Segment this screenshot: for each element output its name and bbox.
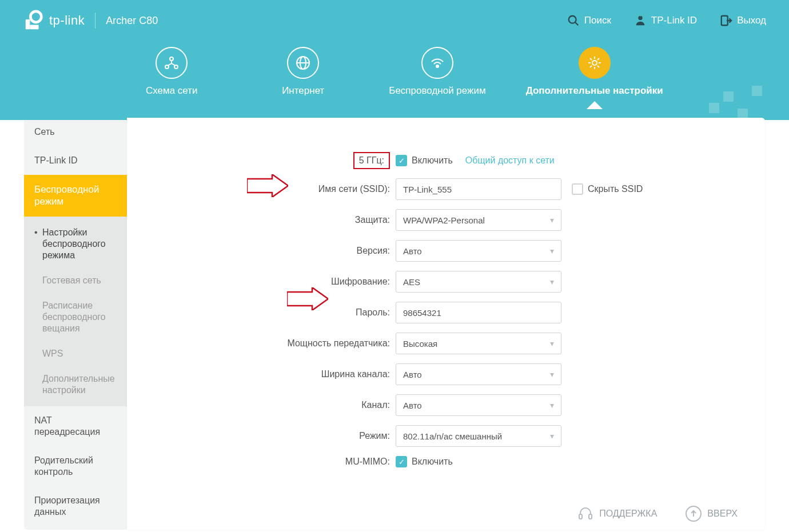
model-label: Archer C80: [106, 15, 158, 27]
row-band-5ghz: 5 ГГц: ✓ Включить Общий доступ к сети: [150, 152, 742, 169]
sidebar-sub-guest-network[interactable]: Гостевая сеть: [24, 268, 127, 293]
svg-marker-19: [247, 174, 288, 197]
annotation-arrow-password-icon: [287, 287, 328, 310]
svg-marker-20: [287, 287, 328, 310]
chanwidth-select[interactable]: Авто ▾: [396, 363, 561, 385]
svg-rect-21: [579, 514, 582, 519]
row-mumimo: MU-MIMO: ✓ Включить: [150, 456, 742, 467]
tab-label: Дополнительные настройки: [526, 85, 663, 97]
txpower-select[interactable]: Высокая ▾: [396, 333, 561, 354]
content-area: Сеть TP-Link ID Беспроводной режим Настр…: [0, 118, 789, 530]
row-channel-width: Ширина канала: Авто ▾: [150, 363, 742, 385]
password-input[interactable]: [403, 308, 554, 318]
tab-network-map[interactable]: Схема сети: [126, 47, 217, 97]
row-password: Пароль:: [150, 302, 742, 323]
security-select[interactable]: WPA/WPA2-Personal ▾: [396, 209, 561, 231]
search-label: Поиск: [584, 15, 611, 26]
search-link[interactable]: Поиск: [567, 14, 611, 27]
mode-select[interactable]: 802.11a/n/ac смешанный ▾: [396, 425, 561, 447]
sidebar-item-parental[interactable]: Родительский контроль: [24, 446, 127, 486]
svg-rect-15: [709, 103, 719, 113]
sidebar-sub-wps[interactable]: WPS: [24, 341, 127, 366]
chevron-down-icon: ▾: [550, 215, 554, 225]
chevron-down-icon: ▾: [550, 370, 554, 379]
header-top: tp-link Archer C80 Поиск TP-Link ID Выхо…: [0, 0, 789, 41]
checkbox-5ghz-enable[interactable]: ✓: [396, 155, 407, 166]
tab-label: Схема сети: [146, 85, 198, 97]
share-network-link[interactable]: Общий доступ к сети: [465, 155, 555, 166]
wifi-icon: [421, 47, 453, 79]
svg-point-14: [592, 61, 597, 65]
tab-wireless[interactable]: Беспроводной режим: [389, 47, 485, 97]
sidebar-sub-wireless-schedule[interactable]: Расписание беспроводного вещания: [24, 293, 127, 341]
band-5ghz-label: 5 ГГц:: [353, 152, 390, 169]
sidebar-sub-wireless-settings[interactable]: Настройки беспроводного режима: [24, 220, 127, 268]
svg-rect-2: [30, 25, 38, 30]
chevron-down-icon: ▾: [550, 401, 554, 410]
channel-select[interactable]: Авто ▾: [396, 394, 561, 416]
ssid-input-wrap: [396, 178, 561, 200]
main-panel: 5 ГГц: ✓ Включить Общий доступ к сети Им…: [127, 118, 765, 530]
hide-ssid-wrap: Скрыть SSID: [572, 183, 643, 195]
hide-ssid-label: Скрыть SSID: [588, 184, 643, 194]
svg-point-0: [30, 11, 41, 22]
sidebar-item-tplink-id[interactable]: TP-Link ID: [24, 146, 127, 175]
logout-icon: [720, 14, 732, 27]
svg-rect-1: [26, 19, 30, 29]
gear-icon: [579, 47, 611, 79]
tplink-id-link[interactable]: TP-Link ID: [634, 14, 697, 27]
row-security: Защита: WPA/WPA2-Personal ▾: [150, 209, 742, 231]
row-version: Версия: Авто ▾: [150, 240, 742, 262]
row-txpower: Мощность передатчика: Высокая ▾: [150, 333, 742, 354]
header: tp-link Archer C80 Поиск TP-Link ID Выхо…: [0, 0, 789, 120]
sidebar: Сеть TP-Link ID Беспроводной режим Настр…: [24, 118, 127, 530]
chanwidth-value: Авто: [403, 370, 422, 379]
row-ssid: Имя сети (SSID): Скрыть SSID: [150, 178, 742, 200]
sidebar-item-qos[interactable]: Приоритезация данных: [24, 486, 127, 526]
main-tabs: Схема сети Интернет Беспроводной режим Д…: [0, 41, 789, 97]
txpower-label: Мощность передатчика:: [150, 338, 396, 349]
tab-advanced[interactable]: Дополнительные настройки: [526, 47, 663, 97]
user-icon: [634, 14, 647, 27]
sidebar-sub-advanced[interactable]: Дополнительные настройки: [24, 366, 127, 403]
mumimo-label: MU-MIMO:: [150, 457, 396, 467]
support-button[interactable]: ПОДДЕРЖКА: [577, 506, 657, 522]
logout-link[interactable]: Выход: [720, 14, 766, 27]
network-map-icon: [156, 47, 188, 79]
svg-rect-16: [723, 91, 734, 102]
row-channel: Канал: Авто ▾: [150, 394, 742, 416]
ssid-input[interactable]: [403, 185, 554, 194]
support-label: ПОДДЕРЖКА: [599, 509, 657, 519]
logout-label: Выход: [737, 15, 766, 26]
annotation-arrow-ssid-icon: [247, 174, 288, 197]
brand-logo: tp-link: [23, 10, 85, 31]
password-label: Пароль:: [150, 307, 396, 318]
checkbox-hide-ssid[interactable]: [572, 183, 583, 195]
tab-label: Интернет: [282, 85, 324, 97]
sidebar-item-wireless[interactable]: Беспроводной режим: [24, 175, 127, 217]
txpower-value: Высокая: [403, 339, 437, 349]
row-mode: Режим: 802.11a/n/ac смешанный ▾: [150, 425, 742, 447]
sidebar-item-nat[interactable]: NAT переадресация: [24, 406, 127, 446]
header-right: Поиск TP-Link ID Выход: [567, 14, 766, 27]
tplink-id-label: TP-Link ID: [651, 15, 697, 26]
encryption-label: Шифрование:: [150, 277, 396, 287]
channel-label: Канал:: [150, 400, 396, 410]
search-icon: [567, 14, 580, 27]
version-select[interactable]: Авто ▾: [396, 240, 561, 262]
checkbox-mumimo[interactable]: ✓: [396, 456, 407, 467]
security-value: WPA/WPA2-Personal: [403, 215, 485, 225]
svg-point-7: [170, 57, 173, 61]
channel-value: Авто: [403, 401, 422, 410]
tab-label: Беспроводной режим: [389, 85, 485, 97]
svg-rect-18: [752, 86, 762, 96]
globe-icon: [287, 47, 319, 79]
scroll-top-button[interactable]: ВВЕРХ: [686, 506, 738, 522]
mode-label: Режим:: [150, 431, 396, 441]
svg-point-3: [568, 16, 576, 23]
sidebar-item-network[interactable]: Сеть: [24, 118, 127, 146]
tab-internet[interactable]: Интернет: [257, 47, 349, 97]
encryption-select[interactable]: AES ▾: [396, 271, 561, 293]
chevron-down-icon: ▾: [550, 339, 554, 348]
brand-text: tp-link: [49, 13, 85, 28]
